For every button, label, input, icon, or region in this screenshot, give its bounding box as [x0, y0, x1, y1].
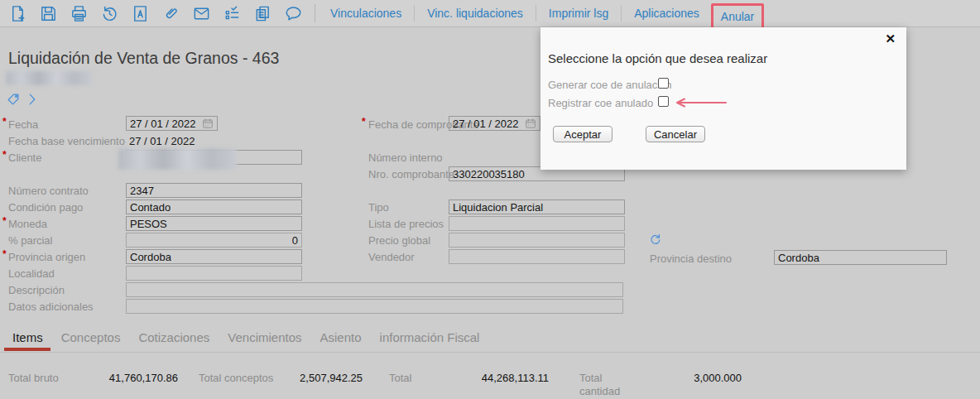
tab-cotizaciones[interactable]: Cotizaciones	[138, 330, 209, 344]
vendedor-label: Vendedor	[368, 251, 415, 263]
menu-separator	[414, 5, 415, 22]
tab-conceptos[interactable]: Conceptos	[61, 330, 121, 344]
annotation-arrow-icon	[674, 97, 728, 112]
numero-contrato-input[interactable]: 2347	[126, 183, 302, 198]
fecha-comprobante-input[interactable]: 27 / 01 / 2022	[449, 116, 540, 131]
registrar-coe-label: Registrar coe anulado	[548, 97, 653, 109]
active-tab-underline	[4, 348, 50, 351]
fecha-label: Fecha	[8, 118, 38, 131]
precio-global-input[interactable]	[449, 233, 625, 248]
lista-precios-label: Lista de precios	[368, 218, 444, 230]
nro-comprobante-label: Nro. comprobante	[368, 168, 454, 180]
redacted-cliente-value	[118, 148, 237, 170]
email-icon[interactable]	[190, 2, 212, 24]
comment-icon[interactable]	[282, 2, 304, 24]
menu-vinc-liquidaciones[interactable]: Vinc. liquidaciones	[419, 1, 531, 26]
generar-coe-checkbox[interactable]	[658, 78, 669, 89]
total-cantidad-liquidada-label: Total cantidad liquidada	[579, 372, 646, 399]
total-bruto-label: Total bruto	[8, 372, 59, 384]
fecha-input[interactable]: 27 / 01 / 2022	[126, 116, 218, 131]
chevron-right-icon[interactable]	[27, 92, 37, 110]
tab-informacion-fiscal[interactable]: información Fiscal	[380, 330, 480, 344]
tipo-label: Tipo	[368, 201, 389, 214]
menu-anular[interactable]: Anular	[721, 10, 754, 23]
descripcion-input[interactable]	[126, 282, 623, 297]
menu-separator	[621, 5, 622, 22]
condicion-pago-label: Condición pago	[8, 201, 83, 214]
print-icon[interactable]	[68, 2, 89, 24]
fecha-base-label: Fecha base vencimiento	[8, 135, 125, 147]
close-icon[interactable]: ✕	[885, 31, 896, 46]
required-marker: *	[2, 248, 7, 260]
tab-asiento[interactable]: Asiento	[320, 330, 362, 344]
checklist-icon[interactable]	[221, 2, 243, 24]
localidad-input[interactable]	[126, 266, 302, 281]
fecha-base-value: 27 / 01 / 2022	[129, 135, 195, 147]
moneda-label: Moneda	[8, 218, 47, 230]
tipo-input[interactable]: Liquidacion Parcial	[449, 200, 625, 214]
provincia-origen-label: Provincia origen	[8, 251, 85, 263]
total-label: Total	[389, 372, 411, 384]
toolbar-menu: Vinculaciones Vinc. liquidaciones Imprim…	[322, 1, 764, 26]
anular-dialog: ✕ Seleccione la opción que desea realiza…	[540, 27, 906, 170]
parcial-label: % parcial	[8, 234, 52, 247]
provincia-origen-input[interactable]: Cordoba	[126, 249, 302, 264]
menu-separator	[536, 5, 536, 22]
required-marker: *	[2, 149, 7, 161]
page-title: Liquidación de Venta de Granos - 463	[8, 49, 279, 68]
localidad-label: Localidad	[8, 267, 55, 280]
copy-document-icon[interactable]	[252, 2, 273, 24]
attachment-icon[interactable]	[160, 2, 181, 24]
new-document-icon[interactable]	[7, 2, 28, 24]
moneda-input[interactable]: PESOS	[126, 216, 302, 231]
total-bruto-value: 41,760,170.86	[79, 372, 178, 384]
precio-global-label: Precio global	[368, 234, 430, 247]
generar-coe-label: Generar coe de anulación	[548, 79, 672, 91]
menu-imprimir-lsg[interactable]: Imprimir lsg	[540, 1, 617, 26]
refresh-icon[interactable]	[648, 232, 663, 247]
numero-interno-label: Número interno	[368, 151, 443, 164]
vendedor-input[interactable]	[449, 249, 625, 264]
required-marker: *	[362, 116, 366, 127]
condicion-pago-input[interactable]: Contado	[126, 200, 302, 214]
total-conceptos-label: Total conceptos	[199, 372, 273, 384]
history-icon[interactable]	[98, 2, 120, 24]
menu-aplicaciones[interactable]: Aplicaciones	[626, 1, 708, 26]
provincia-destino-label: Provincia destino	[650, 252, 732, 265]
tag-icon[interactable]	[6, 92, 21, 110]
calendar-icon[interactable]	[202, 118, 214, 129]
menu-vinculaciones[interactable]: Vinculaciones	[322, 1, 410, 26]
total-value: 44,268,113.11	[459, 372, 549, 384]
tab-items[interactable]: Items	[12, 330, 43, 344]
datos-adicionales-input[interactable]	[126, 299, 623, 314]
numero-contrato-label: Número contrato	[8, 185, 89, 197]
anular-highlight-box: Anular	[711, 3, 764, 30]
tab-bar: Items Conceptos Cotizaciones Vencimiento…	[0, 330, 980, 353]
cancelar-button[interactable]: Cancelar	[646, 126, 705, 142]
dialog-title: Seleccione la opción que desea realizar	[548, 51, 767, 65]
descripcion-label: Descripción	[8, 284, 65, 296]
calendar-icon[interactable]	[525, 118, 536, 129]
tab-vencimientos[interactable]: Vencimientos	[228, 330, 301, 344]
required-marker: *	[2, 215, 7, 227]
total-cantidad-liquidada-value: 3,000.000	[662, 372, 742, 384]
redacted-subtitle	[6, 71, 93, 85]
aceptar-button[interactable]: Aceptar	[553, 126, 612, 142]
lista-precios-input[interactable]	[449, 216, 625, 231]
required-marker: *	[2, 116, 7, 127]
toolbar-separator	[315, 4, 315, 22]
datos-adicionales-label: Datos adicionales	[8, 300, 94, 313]
toolbar: Vinculaciones Vinc. liquidaciones Imprim…	[0, 0, 980, 27]
cliente-label: Cliente	[8, 151, 41, 164]
total-conceptos-value: 2,507,942.25	[288, 372, 363, 384]
save-icon[interactable]	[37, 2, 59, 24]
registrar-coe-checkbox[interactable]	[658, 96, 669, 107]
text-document-icon[interactable]	[129, 2, 151, 24]
provincia-destino-input[interactable]: Cordoba	[774, 250, 947, 265]
header-icons	[6, 92, 37, 110]
parcial-input[interactable]: 0	[126, 233, 302, 248]
